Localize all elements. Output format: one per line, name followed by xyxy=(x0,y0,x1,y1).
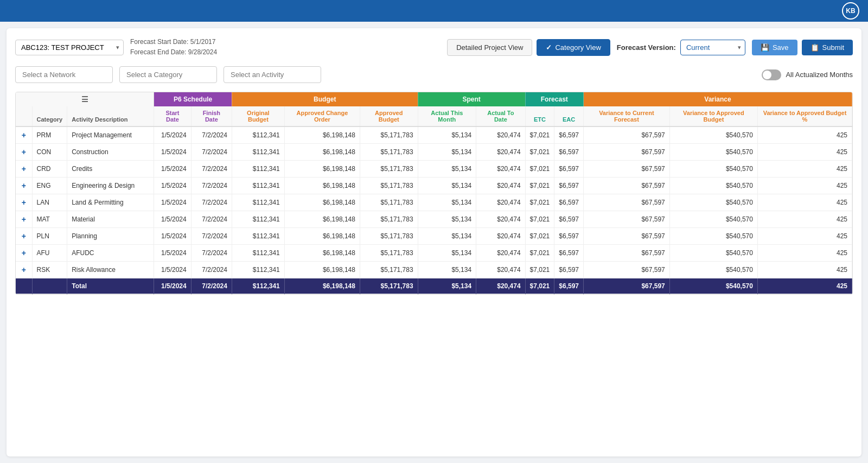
forecast-end-date: Forecast End Date: 9/28/2024 xyxy=(130,47,441,58)
total-var-current: $67,597 xyxy=(584,278,670,294)
var-current-cell: $67,597 xyxy=(584,194,670,211)
actual-month-cell: $5,134 xyxy=(418,161,476,177)
desc-cell: Material xyxy=(67,211,154,228)
actual-date-cell: $20,474 xyxy=(476,228,526,245)
total-expand xyxy=(16,278,32,294)
expand-button[interactable]: + xyxy=(22,249,26,257)
approved-co-cell: $6,198,148 xyxy=(284,177,360,194)
var-approved-cell: $540,570 xyxy=(669,161,757,177)
total-finish: 7/2/2024 xyxy=(191,278,232,294)
etc-cell: $7,021 xyxy=(525,211,554,228)
orig-budget-cell: $112,341 xyxy=(232,262,284,278)
finish-date-cell: 7/2/2024 xyxy=(191,194,232,211)
actual-date-cell: $20,474 xyxy=(476,144,526,161)
etc-cell: $7,021 xyxy=(525,177,554,194)
total-row: Total 1/5/2024 7/2/2024 $112,341 $6,198,… xyxy=(16,278,852,294)
actual-date-cell: $20,474 xyxy=(476,245,526,262)
orig-budget-cell: $112,341 xyxy=(232,144,284,161)
save-button[interactable]: 💾 Save xyxy=(752,40,797,55)
table-row: + CON Construction 1/5/2024 7/2/2024 $11… xyxy=(16,144,852,161)
orig-budget-cell: $112,341 xyxy=(232,228,284,245)
filter-icon[interactable]: ☰ xyxy=(81,95,88,104)
main-content: ABC123: TEST PROJECT Forecast Start Date… xyxy=(7,28,861,456)
var-current-cell: $67,597 xyxy=(584,228,670,245)
approved-co-cell: $6,198,148 xyxy=(284,211,360,228)
var-approved-cell: $540,570 xyxy=(669,211,757,228)
network-filter-input[interactable] xyxy=(15,66,113,83)
expand-button[interactable]: + xyxy=(22,232,26,240)
variance-group-header: Variance xyxy=(584,92,852,106)
etc-cell: $7,021 xyxy=(525,126,554,144)
th-variance-approved2: Variance to Approved Budget % xyxy=(757,106,852,126)
total-actual-month: $5,134 xyxy=(418,278,476,294)
desc-cell: Credits xyxy=(67,161,154,177)
project-select[interactable]: ABC123: TEST PROJECT xyxy=(15,40,124,55)
actualized-months-toggle[interactable] xyxy=(762,69,781,80)
eac-cell: $6,597 xyxy=(554,194,584,211)
total-actual-date: $20,474 xyxy=(476,278,526,294)
expand-button[interactable]: + xyxy=(22,265,26,274)
actual-month-cell: $5,134 xyxy=(418,245,476,262)
table-row: + PRM Project Management 1/5/2024 7/2/20… xyxy=(16,126,852,144)
var-approved2-cell: 425 xyxy=(757,144,852,161)
var-approved2-cell: 425 xyxy=(757,126,852,144)
table-row: + CRD Credits 1/5/2024 7/2/2024 $112,341… xyxy=(16,161,852,177)
start-date-cell: 1/5/2024 xyxy=(154,177,192,194)
start-date-cell: 1/5/2024 xyxy=(154,194,192,211)
forecast-version-select[interactable]: Current xyxy=(680,40,745,55)
expand-button[interactable]: + xyxy=(22,215,26,224)
expand-button[interactable]: + xyxy=(22,148,26,156)
orig-budget-cell: $112,341 xyxy=(232,211,284,228)
table-row: + MAT Material 1/5/2024 7/2/2024 $112,34… xyxy=(16,211,852,228)
etc-cell: $7,021 xyxy=(525,228,554,245)
expand-button[interactable]: + xyxy=(22,131,26,139)
table-row: + LAN Land & Permitting 1/5/2024 7/2/202… xyxy=(16,194,852,211)
expand-button[interactable]: + xyxy=(22,164,26,173)
total-orig-budget: $112,341 xyxy=(232,278,284,294)
activity-filter-input[interactable] xyxy=(224,66,321,83)
th-variance-current: Variance to Current Forecast xyxy=(584,106,670,126)
th-original-budget: Original Budget xyxy=(232,106,284,126)
th-variance-approved: Variance to Approved Budget xyxy=(669,106,757,126)
finish-date-cell: 7/2/2024 xyxy=(191,144,232,161)
approved-co-cell: $6,198,148 xyxy=(284,194,360,211)
submit-icon: 📋 xyxy=(810,43,819,52)
submit-button[interactable]: 📋 Submit xyxy=(802,40,853,55)
approved-bud-cell: $5,171,783 xyxy=(360,211,418,228)
detailed-project-view-button[interactable]: Detailed Project View xyxy=(447,39,532,56)
orig-budget-cell: $112,341 xyxy=(232,126,284,144)
eac-cell: $6,597 xyxy=(554,144,584,161)
forecast-version-label: Forecast Version: xyxy=(617,43,676,52)
th-actual-date: Actual To Date xyxy=(476,106,526,126)
total-etc: $7,021 xyxy=(525,278,554,294)
approved-bud-cell: $5,171,783 xyxy=(360,161,418,177)
approved-co-cell: $6,198,148 xyxy=(284,262,360,278)
avatar[interactable]: KB xyxy=(842,2,859,20)
var-approved2-cell: 425 xyxy=(757,245,852,262)
var-current-cell: $67,597 xyxy=(584,245,670,262)
forecast-version-select-wrapper: Current xyxy=(680,40,745,55)
var-approved2-cell: 425 xyxy=(757,228,852,245)
approved-co-cell: $6,198,148 xyxy=(284,161,360,177)
total-var-approved2: 425 xyxy=(757,278,852,294)
actual-date-cell: $20,474 xyxy=(476,177,526,194)
category-view-button[interactable]: Category View xyxy=(537,39,610,56)
category-cell: PRM xyxy=(32,126,67,144)
finish-date-cell: 7/2/2024 xyxy=(191,126,232,144)
approved-bud-cell: $5,171,783 xyxy=(360,177,418,194)
category-filter-input[interactable] xyxy=(119,66,217,83)
forecast-group-header: Forecast xyxy=(525,92,583,106)
actual-month-cell: $5,134 xyxy=(418,144,476,161)
total-approved-bud: $5,171,783 xyxy=(360,278,418,294)
eac-cell: $6,597 xyxy=(554,228,584,245)
expand-button[interactable]: + xyxy=(22,181,26,190)
th-approved-co: Approved Change Order xyxy=(284,106,360,126)
expand-button[interactable]: + xyxy=(22,198,26,207)
category-cell: MAT xyxy=(32,211,67,228)
var-approved2-cell: 425 xyxy=(757,262,852,278)
finish-date-cell: 7/2/2024 xyxy=(191,211,232,228)
actual-date-cell: $20,474 xyxy=(476,161,526,177)
orig-budget-cell: $112,341 xyxy=(232,194,284,211)
table-row: + AFU AFUDC 1/5/2024 7/2/2024 $112,341 $… xyxy=(16,245,852,262)
var-approved-cell: $540,570 xyxy=(669,245,757,262)
